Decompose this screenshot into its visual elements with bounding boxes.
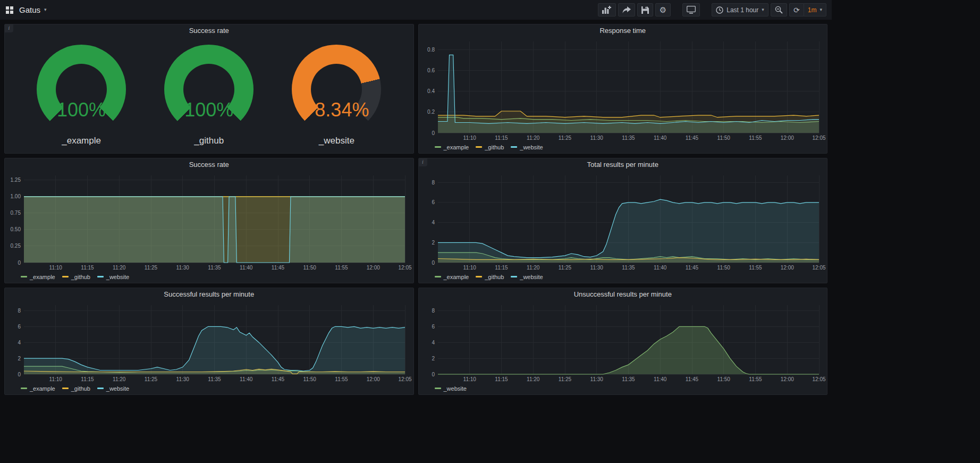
panel-info-icon[interactable]: i: [419, 158, 427, 166]
dashboard-settings-button[interactable]: ⚙: [655, 3, 671, 16]
refresh-dashboard-button[interactable]: ⟳: [789, 3, 804, 16]
legend-item[interactable]: _website: [97, 385, 129, 392]
panel-title[interactable]: Success rate: [5, 158, 413, 171]
svg-text:11:10: 11:10: [49, 376, 63, 382]
svg-text:11:45: 11:45: [272, 265, 285, 271]
legend-series-name: _github: [71, 385, 90, 392]
chart-response-time[interactable]: 00.20.40.60.811:1011:1511:2011:2511:3011…: [419, 37, 827, 142]
svg-text:11:20: 11:20: [113, 376, 126, 382]
dashboards-grid-icon[interactable]: [5, 6, 14, 14]
legend-swatch: [435, 276, 441, 277]
refresh-icon: ⟳: [793, 6, 800, 14]
panel-unsuccessful-results: Unsuccessful results per minute 0246811:…: [418, 288, 828, 395]
legend-item[interactable]: _github: [62, 385, 90, 392]
legend-item[interactable]: _example: [435, 144, 469, 150]
svg-text:11:50: 11:50: [717, 265, 730, 271]
refresh-picker: ⟳ 1m ▾: [789, 3, 826, 16]
dashboard-title: Gatus: [19, 5, 40, 14]
save-dashboard-button[interactable]: [637, 3, 653, 16]
chart-unsuccessful-results[interactable]: 0246811:1011:1511:2011:2511:3011:3511:40…: [419, 301, 827, 384]
gauge-arc: 100%: [37, 45, 126, 134]
svg-text:12:05: 12:05: [812, 376, 825, 382]
legend-item[interactable]: _website: [511, 274, 543, 280]
legend-item[interactable]: _github: [476, 144, 504, 150]
chart-success-rate[interactable]: 00.250.500.751.001.2511:1011:1511:2011:2…: [5, 171, 413, 272]
panel-title[interactable]: Successful results per minute: [5, 288, 413, 301]
zoom-out-time-range-button[interactable]: [771, 3, 787, 16]
svg-text:11:10: 11:10: [49, 265, 63, 271]
panel-info-icon[interactable]: i: [5, 24, 13, 32]
cycle-view-mode-button[interactable]: [682, 3, 700, 16]
svg-text:11:40: 11:40: [240, 265, 253, 271]
svg-text:0: 0: [432, 372, 435, 377]
legend-item[interactable]: _example: [21, 274, 55, 280]
chevron-down-icon: ▾: [44, 7, 47, 12]
svg-text:0: 0: [432, 130, 435, 136]
svg-text:11:45: 11:45: [685, 265, 698, 271]
legend-item[interactable]: _example: [435, 274, 469, 280]
svg-text:11:55: 11:55: [749, 376, 762, 382]
chart-legend: _example_github_website: [419, 142, 827, 153]
chart-successful-results[interactable]: 0246811:1011:1511:2011:2511:3011:3511:40…: [5, 301, 413, 384]
legend-series-name: _example: [30, 385, 55, 392]
time-range-picker-button[interactable]: Last 1 hour ▾: [712, 3, 768, 16]
svg-text:8: 8: [18, 308, 21, 314]
panel-title[interactable]: Unsuccessful results per minute: [419, 288, 827, 301]
svg-text:11:15: 11:15: [81, 376, 94, 382]
svg-text:0.6: 0.6: [427, 68, 435, 73]
refresh-interval-dropdown[interactable]: 1m ▾: [804, 3, 826, 16]
panel-response-time: Response time 00.20.40.60.811:1011:1511:…: [418, 24, 828, 154]
chevron-down-icon: ▾: [820, 7, 822, 12]
legend-series-name: _github: [485, 144, 504, 150]
svg-text:11:35: 11:35: [622, 376, 635, 382]
svg-text:11:40: 11:40: [654, 376, 667, 382]
panel-title[interactable]: Response time: [419, 24, 827, 37]
legend-series-name: _example: [444, 144, 469, 150]
svg-text:0.2: 0.2: [427, 109, 435, 115]
legend-item[interactable]: _example: [21, 385, 55, 392]
clock-icon: [716, 6, 723, 14]
legend-item[interactable]: _website: [511, 144, 543, 150]
legend-series-name: _github: [485, 274, 504, 280]
svg-text:12:00: 12:00: [780, 265, 793, 271]
svg-text:6: 6: [432, 199, 435, 205]
gauge-value: 78.34%: [292, 99, 381, 121]
dashboard-grid: i Success rate 100% _example 100% _githu…: [0, 20, 832, 399]
legend-item[interactable]: _github: [62, 274, 90, 280]
svg-text:0.75: 0.75: [11, 210, 21, 216]
svg-text:11:30: 11:30: [176, 376, 190, 382]
share-dashboard-button[interactable]: [618, 3, 635, 16]
panel-title[interactable]: Total results per minute: [419, 158, 827, 171]
navbar: Gatus ▾: [0, 0, 832, 20]
svg-text:11:40: 11:40: [654, 265, 667, 271]
svg-text:1.00: 1.00: [11, 193, 21, 199]
legend-swatch: [97, 388, 104, 389]
chart-total-results[interactable]: 0246811:1011:1511:2011:2511:3011:3511:40…: [419, 171, 827, 272]
legend-item[interactable]: _website: [97, 274, 129, 280]
svg-text:11:45: 11:45: [685, 135, 698, 141]
legend-item[interactable]: _website: [435, 385, 467, 392]
svg-text:11:15: 11:15: [495, 376, 508, 382]
svg-text:8: 8: [432, 308, 435, 314]
panel-total-results: i Total results per minute 0246811:1011:…: [418, 158, 828, 283]
legend-swatch: [435, 388, 441, 389]
svg-text:12:05: 12:05: [812, 135, 825, 141]
svg-text:11:20: 11:20: [527, 135, 540, 141]
gauge-arc: 78.34%: [292, 45, 381, 134]
dashboard-title-dropdown[interactable]: Gatus ▾: [19, 5, 47, 14]
legend-series-name: _website: [444, 385, 467, 392]
svg-text:1.25: 1.25: [11, 177, 21, 183]
gauge-value: 100%: [164, 99, 254, 121]
svg-text:11:25: 11:25: [558, 265, 571, 271]
svg-text:4: 4: [18, 340, 21, 346]
add-panel-button[interactable]: [598, 3, 616, 16]
svg-text:11:40: 11:40: [654, 135, 667, 141]
svg-text:11:30: 11:30: [176, 265, 190, 271]
chart-legend: _example_github_website: [5, 272, 413, 283]
panel-title[interactable]: Success rate: [5, 24, 413, 37]
svg-text:11:50: 11:50: [717, 376, 730, 382]
svg-text:11:50: 11:50: [303, 376, 317, 382]
legend-item[interactable]: _github: [476, 274, 504, 280]
svg-text:2: 2: [18, 356, 21, 361]
legend-swatch: [97, 276, 104, 277]
